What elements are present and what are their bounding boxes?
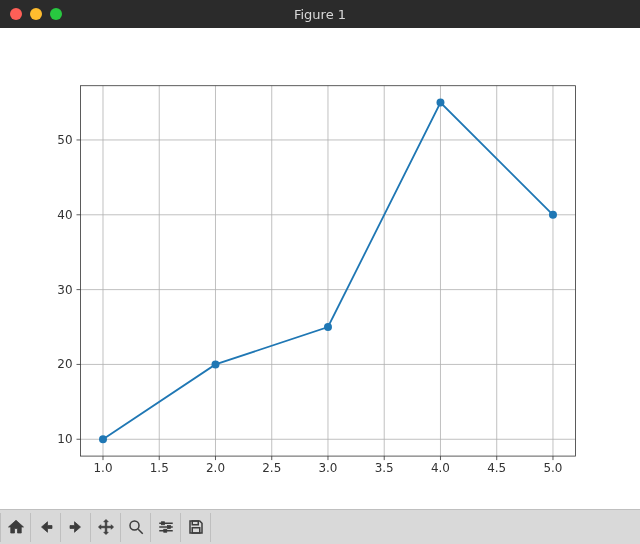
zoom-icon <box>127 518 145 536</box>
x-tick-label: 4.0 <box>431 461 450 475</box>
x-tick-label: 2.5 <box>262 461 281 475</box>
app-window: Figure 1 1.01.52.02.53.03.54.04.55.01020… <box>0 0 640 544</box>
x-tick-label: 5.0 <box>543 461 562 475</box>
titlebar: Figure 1 <box>0 0 640 28</box>
svg-rect-33 <box>161 522 164 525</box>
move-icon <box>97 518 115 536</box>
x-tick-label: 1.5 <box>150 461 169 475</box>
y-tick-label: 50 <box>57 133 72 147</box>
pan-button[interactable] <box>91 513 121 542</box>
x-tick-label: 3.5 <box>375 461 394 475</box>
home-icon <box>7 518 25 536</box>
back-button[interactable] <box>31 513 61 542</box>
sliders-icon <box>157 518 175 536</box>
svg-point-30 <box>130 521 139 530</box>
configure-button[interactable] <box>151 513 181 542</box>
window-title: Figure 1 <box>0 7 640 22</box>
y-tick-label: 10 <box>57 432 72 446</box>
data-marker <box>211 360 219 368</box>
x-tick-label: 2.0 <box>206 461 225 475</box>
close-window-button[interactable] <box>10 8 22 20</box>
maximize-window-button[interactable] <box>50 8 62 20</box>
svg-rect-37 <box>163 529 166 532</box>
x-tick-label: 3.0 <box>318 461 337 475</box>
x-tick-label: 1.0 <box>93 461 112 475</box>
traffic-lights <box>10 8 62 20</box>
save-button[interactable] <box>181 513 211 542</box>
data-marker <box>436 99 444 107</box>
home-button[interactable] <box>0 513 31 542</box>
arrow-right-icon <box>67 518 85 536</box>
y-tick-label: 40 <box>57 208 72 222</box>
zoom-button[interactable] <box>121 513 151 542</box>
save-icon <box>187 518 205 536</box>
data-marker <box>324 323 332 331</box>
svg-rect-38 <box>192 521 198 525</box>
svg-rect-35 <box>167 526 170 529</box>
figure-canvas[interactable]: 1.01.52.02.53.03.54.04.55.01020304050 <box>0 28 640 509</box>
x-tick-label: 4.5 <box>487 461 506 475</box>
y-tick-label: 20 <box>57 357 72 371</box>
forward-button[interactable] <box>61 513 91 542</box>
arrow-left-icon <box>37 518 55 536</box>
chart-svg: 1.01.52.02.53.03.54.04.55.01020304050 <box>0 28 640 509</box>
data-marker <box>99 435 107 443</box>
svg-line-31 <box>138 529 143 534</box>
data-marker <box>549 211 557 219</box>
svg-rect-39 <box>192 528 200 533</box>
y-tick-label: 30 <box>57 283 72 297</box>
minimize-window-button[interactable] <box>30 8 42 20</box>
matplotlib-toolbar <box>0 509 640 544</box>
